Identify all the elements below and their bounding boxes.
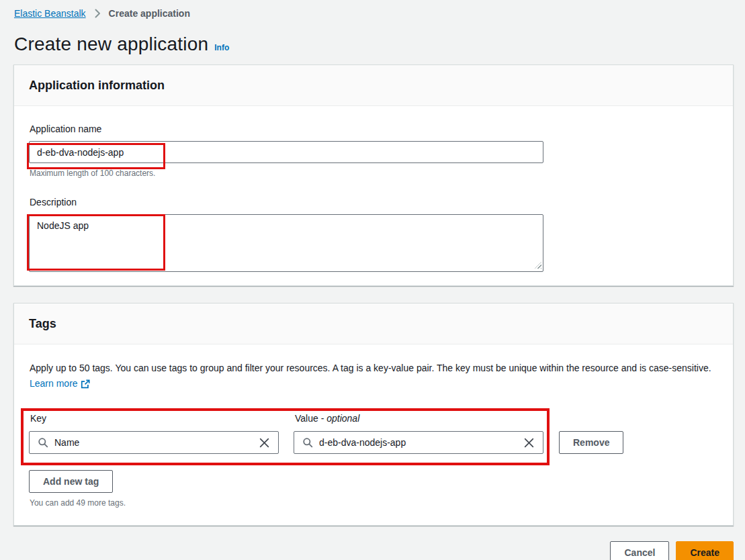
application-information-card-title: Application information bbox=[29, 79, 718, 93]
application-name-input[interactable] bbox=[29, 141, 543, 163]
description-textarea[interactable]: NodeJS app bbox=[29, 214, 543, 272]
tags-card-header: Tags bbox=[14, 304, 733, 344]
page-header: Create new application Info bbox=[14, 34, 745, 55]
tag-key-column: Key bbox=[29, 413, 279, 454]
add-new-tag-button[interactable]: Add new tag bbox=[29, 470, 113, 493]
remove-tag-button[interactable]: Remove bbox=[559, 431, 623, 454]
application-name-field: Application name Maximum length of 100 c… bbox=[29, 124, 543, 178]
chevron-right-icon bbox=[92, 8, 103, 19]
info-link[interactable]: Info bbox=[214, 43, 229, 52]
tags-card-title: Tags bbox=[29, 317, 718, 331]
tag-editor-row: Key Value - optional bbox=[29, 413, 623, 454]
tag-value-input-box bbox=[294, 431, 543, 454]
tags-card-body: Apply up to 50 tags. You can use tags to… bbox=[14, 344, 733, 525]
tag-key-clear-icon[interactable] bbox=[259, 437, 270, 449]
description-field: Description NodeJS app bbox=[29, 197, 543, 272]
tag-value-clear-icon[interactable] bbox=[523, 437, 535, 449]
search-icon bbox=[38, 437, 48, 448]
application-information-card: Application information Application name… bbox=[13, 64, 734, 286]
tags-card: Tags Apply up to 50 tags. You can use ta… bbox=[13, 303, 734, 526]
breadcrumb-current: Create application bbox=[109, 8, 190, 19]
search-icon bbox=[302, 437, 313, 448]
application-information-card-header: Application information bbox=[14, 65, 733, 106]
tags-intro-text: Apply up to 50 tags. You can use tags to… bbox=[30, 361, 718, 393]
tag-value-optional-text: optional bbox=[326, 413, 359, 424]
tag-key-input[interactable] bbox=[54, 437, 253, 448]
tag-key-column-header: Key bbox=[30, 413, 279, 424]
tags-remaining-note: You can add 49 more tags. bbox=[30, 498, 718, 508]
tag-value-input[interactable] bbox=[319, 437, 517, 448]
create-button[interactable]: Create bbox=[676, 541, 734, 560]
tags-intro-sentence: Apply up to 50 tags. You can use tags to… bbox=[30, 363, 711, 373]
tag-value-column-header: Value - optional bbox=[295, 413, 543, 424]
footer-actions: Cancel Create bbox=[0, 541, 734, 560]
learn-more-link[interactable]: Learn more bbox=[30, 378, 78, 389]
description-label: Description bbox=[30, 197, 543, 207]
tag-remove-column: Remove bbox=[558, 431, 623, 454]
application-information-card-body: Application name Maximum length of 100 c… bbox=[14, 106, 733, 285]
cancel-button[interactable]: Cancel bbox=[610, 541, 669, 560]
tag-key-input-box bbox=[29, 431, 279, 454]
external-link-icon bbox=[81, 378, 90, 393]
page-title: Create new application bbox=[14, 34, 208, 55]
breadcrumb-link-elastic-beanstalk[interactable]: Elastic Beanstalk bbox=[14, 8, 86, 19]
application-name-label: Application name bbox=[30, 124, 543, 134]
breadcrumb: Elastic Beanstalk Create application bbox=[0, 0, 745, 19]
tag-value-label-text: Value - bbox=[295, 413, 324, 424]
tag-value-column: Value - optional bbox=[294, 413, 543, 454]
application-name-constraint: Maximum length of 100 characters. bbox=[30, 169, 543, 178]
